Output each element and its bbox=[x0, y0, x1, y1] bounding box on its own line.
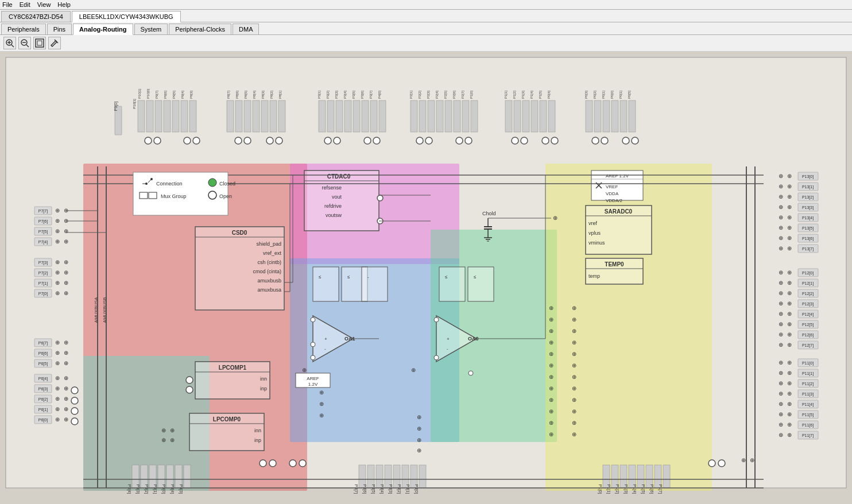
svg-text:⊕: ⊕ bbox=[787, 235, 792, 241]
zoom-in-button[interactable] bbox=[3, 37, 16, 49]
svg-text:P3[4]: P3[4] bbox=[343, 91, 347, 99]
svg-rect-72 bbox=[548, 100, 555, 132]
svg-text:P5[3]: P5[3] bbox=[135, 484, 140, 494]
svg-text:⊕: ⊕ bbox=[64, 290, 68, 296]
svg-text:⊕: ⊕ bbox=[779, 300, 783, 307]
svg-text:Connection: Connection bbox=[156, 181, 183, 187]
svg-text:P11[0]: P11[0] bbox=[802, 361, 814, 366]
menu-help[interactable]: Help bbox=[57, 1, 71, 8]
svg-text:amuxbusa: amuxbusa bbox=[257, 287, 281, 293]
tab-peripherals[interactable]: Peripherals bbox=[1, 24, 46, 34]
svg-text:⊕: ⊕ bbox=[779, 269, 783, 276]
fit-button[interactable] bbox=[33, 37, 46, 49]
svg-text:⊕: ⊕ bbox=[572, 420, 576, 426]
svg-point-328 bbox=[311, 355, 315, 360]
menu-file[interactable]: File bbox=[2, 1, 13, 8]
svg-text:⊕: ⊕ bbox=[787, 300, 792, 307]
svg-text:P1[3]: P1[3] bbox=[623, 484, 628, 494]
svg-text:Open: Open bbox=[219, 193, 232, 199]
svg-text:⊕: ⊕ bbox=[779, 380, 783, 386]
svg-text:⊕: ⊕ bbox=[55, 238, 60, 245]
svg-text:P1[7]: P1[7] bbox=[658, 484, 663, 494]
svg-point-52 bbox=[334, 137, 340, 144]
tab-pins[interactable]: Pins bbox=[47, 24, 72, 34]
svg-text:P1[5]: P1[5] bbox=[539, 91, 542, 99]
svg-text:⊕: ⊕ bbox=[779, 331, 783, 338]
menu-edit[interactable]: Edit bbox=[20, 1, 30, 8]
svg-text:⊕: ⊕ bbox=[572, 374, 576, 380]
svg-text:⊕: ⊕ bbox=[572, 305, 576, 311]
svg-rect-32 bbox=[227, 100, 234, 132]
svg-text:P12[0]: P12[0] bbox=[802, 271, 814, 276]
svg-text:⊕: ⊕ bbox=[779, 321, 783, 327]
svg-text:⊕: ⊕ bbox=[572, 316, 576, 323]
svg-text:P6[6]: P6[6] bbox=[38, 351, 48, 356]
svg-text:⊕: ⊕ bbox=[64, 269, 68, 276]
svg-text:P12[2]: P12[2] bbox=[802, 292, 814, 296]
svg-text:P13[4]: P13[4] bbox=[802, 216, 814, 220]
svg-text:⊕: ⊕ bbox=[417, 425, 421, 432]
svg-text:P11[2]: P11[2] bbox=[802, 382, 814, 386]
svg-rect-340 bbox=[468, 267, 494, 301]
svg-text:⊕: ⊕ bbox=[779, 390, 783, 397]
svg-text:⊕: ⊕ bbox=[741, 457, 746, 463]
svg-text:P3[4]: P3[4] bbox=[379, 484, 384, 494]
svg-line-1 bbox=[11, 45, 14, 47]
svg-rect-57 bbox=[428, 100, 435, 132]
svg-point-280 bbox=[186, 377, 193, 383]
svg-text:P1[2]: P1[2] bbox=[513, 91, 516, 99]
svg-text:P2[6]: P2[6] bbox=[452, 91, 456, 99]
svg-text:⊕: ⊕ bbox=[64, 228, 68, 234]
svg-text:temp: temp bbox=[588, 273, 600, 279]
svg-text:⊕: ⊕ bbox=[170, 437, 175, 443]
svg-text:+: + bbox=[324, 336, 327, 342]
svg-text:P1[4]: P1[4] bbox=[632, 484, 637, 494]
device-tab-0[interactable]: CY8C6247BZI-D54 bbox=[1, 11, 71, 22]
svg-point-327 bbox=[311, 317, 315, 322]
svg-text:P13[1]: P13[1] bbox=[802, 185, 814, 189]
svg-rect-71 bbox=[540, 100, 547, 132]
svg-point-281 bbox=[186, 386, 193, 393]
svg-text:⊕: ⊕ bbox=[787, 331, 792, 338]
svg-text:⊕: ⊕ bbox=[319, 389, 324, 396]
svg-text:P2[7]: P2[7] bbox=[461, 91, 464, 99]
tab-system[interactable]: System bbox=[134, 24, 168, 34]
svg-text:P9[4]: P9[4] bbox=[181, 91, 184, 99]
tab-analog-routing[interactable]: Analog-Routing bbox=[73, 24, 133, 35]
svg-point-346 bbox=[434, 317, 439, 322]
svg-text:⊕: ⊕ bbox=[779, 193, 783, 200]
svg-text:P8[4]: P8[4] bbox=[253, 91, 256, 99]
menu-view[interactable]: View bbox=[37, 1, 51, 8]
svg-text:⊕: ⊕ bbox=[55, 385, 60, 391]
svg-text:P11[3]: P11[3] bbox=[802, 392, 814, 397]
svg-text:P8[7]: P8[7] bbox=[227, 91, 230, 99]
svg-text:P12[4]: P12[4] bbox=[802, 312, 814, 317]
edit-button[interactable] bbox=[48, 37, 61, 49]
svg-point-53 bbox=[364, 137, 371, 144]
svg-text:P4[4]: P4[4] bbox=[170, 484, 175, 494]
svg-point-264 bbox=[377, 195, 383, 201]
svg-rect-60 bbox=[454, 100, 460, 132]
svg-text:⊕: ⊕ bbox=[787, 370, 792, 376]
svg-text:⊕: ⊕ bbox=[55, 339, 60, 346]
svg-point-462 bbox=[150, 178, 153, 180]
tab-dma[interactable]: DMA bbox=[233, 24, 259, 34]
svg-text:⊕: ⊕ bbox=[549, 339, 553, 346]
svg-text:⊕: ⊕ bbox=[787, 280, 792, 286]
svg-point-380 bbox=[289, 460, 296, 467]
zoom-out-button[interactable] bbox=[18, 37, 31, 49]
svg-text:P9[3]: P9[3] bbox=[189, 91, 193, 99]
svg-text:P1[4]: P1[4] bbox=[530, 91, 533, 99]
svg-text:-: - bbox=[367, 274, 369, 280]
svg-text:P12[1]: P12[1] bbox=[802, 281, 814, 286]
svg-text:⊕: ⊕ bbox=[64, 350, 68, 356]
svg-text:P5[2]: P5[2] bbox=[144, 484, 149, 494]
svg-text:P13[7]: P13[7] bbox=[802, 247, 814, 251]
svg-text:voutsw: voutsw bbox=[326, 212, 342, 218]
device-tab-1[interactable]: LBEE5KL1DX/CYW4343WKUBG bbox=[72, 11, 181, 22]
svg-point-348 bbox=[468, 371, 473, 375]
tab-peripheral-clocks[interactable]: Peripheral-Clocks bbox=[169, 24, 231, 34]
svg-text:P12[3]: P12[3] bbox=[802, 302, 814, 307]
svg-text:P11[7]: P11[7] bbox=[802, 433, 814, 438]
device-tab-bar: CY8C6247BZI-D54 LBEE5KL1DX/CYW4343WKUBG bbox=[0, 10, 852, 22]
